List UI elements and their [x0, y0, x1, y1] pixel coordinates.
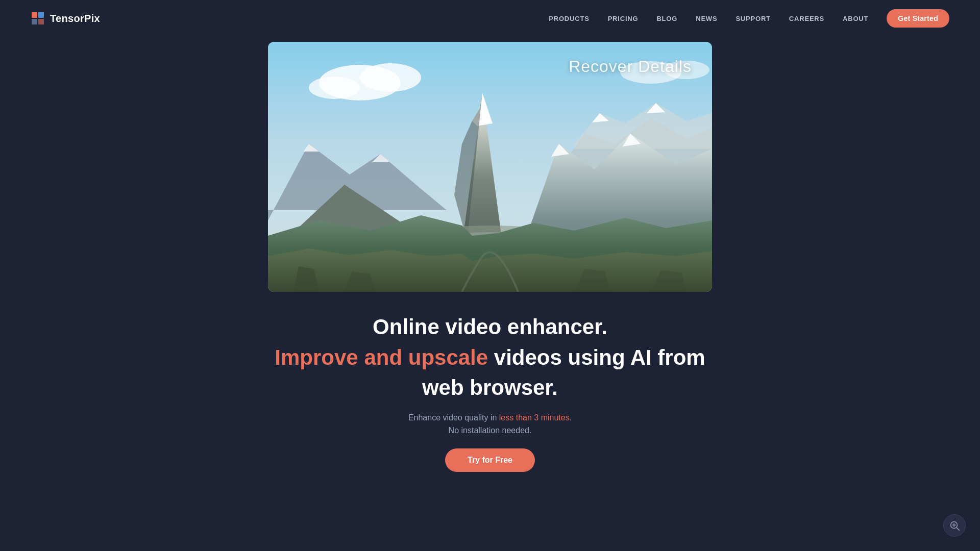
hero-section: Online video enhancer. Improve and upsca… [275, 314, 705, 472]
video-preview[interactable]: Recover Details [268, 42, 712, 292]
hero-subtitle-line2: web browser. [275, 374, 705, 402]
mountain-scene [268, 42, 712, 292]
svg-rect-3 [38, 19, 44, 24]
video-overlay-text: Recover Details [569, 57, 692, 76]
nav-item-careers[interactable]: CAREERS [789, 15, 824, 22]
nav-item-support[interactable]: SUPPORT [736, 15, 770, 22]
logo-text: TensorPix [50, 13, 100, 24]
logo-icon [31, 11, 45, 26]
hero-title: Online video enhancer. [275, 314, 705, 340]
svg-rect-1 [38, 12, 44, 18]
main-nav: PRODUCTS PRICING BLOG NEWS SUPPORT CAREE… [549, 9, 949, 28]
hero-description-highlight: less than 3 minutes [499, 413, 570, 422]
svg-point-6 [360, 63, 421, 92]
hero-subtitle-highlight: Improve and upscale [275, 345, 488, 369]
zoom-icon-button[interactable] [943, 514, 966, 537]
get-started-button[interactable]: Get Started [887, 9, 949, 28]
hero-description-line2: No installation needed. [449, 426, 532, 435]
zoom-icon [949, 520, 960, 531]
hero-description-part1: Enhance video quality in [408, 413, 499, 422]
nav-item-products[interactable]: PRODUCTS [549, 15, 589, 22]
svg-rect-0 [32, 12, 37, 18]
nav-item-about[interactable]: ABOUT [843, 15, 868, 22]
logo[interactable]: TensorPix [31, 11, 100, 26]
nav-item-news[interactable]: NEWS [696, 15, 717, 22]
svg-rect-2 [32, 19, 37, 24]
hero-description-part2: . [570, 413, 572, 422]
try-for-free-button[interactable]: Try for Free [445, 448, 535, 472]
svg-point-7 [309, 77, 360, 99]
hero-subtitle: Improve and upscale videos using AI from [275, 344, 705, 372]
svg-line-33 [957, 528, 959, 530]
hero-description: Enhance video quality in less than 3 min… [275, 411, 705, 437]
nav-item-pricing[interactable]: PRICING [608, 15, 639, 22]
nav-item-blog[interactable]: BLOG [656, 15, 677, 22]
